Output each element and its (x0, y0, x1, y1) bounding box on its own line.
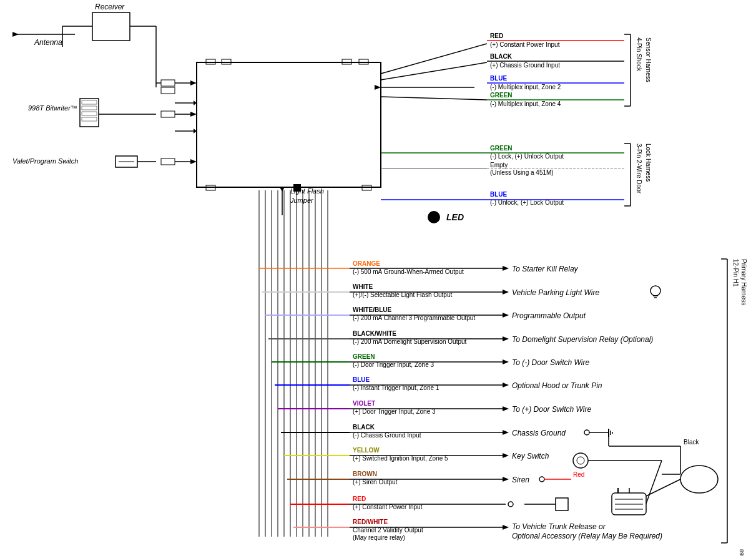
svg-text:895/W0: 895/W0 (739, 549, 745, 556)
svg-text:YELLOW: YELLOW (353, 447, 380, 454)
svg-text:BLACK: BLACK (353, 424, 375, 431)
svg-text:(+)/(-) Selectable Light Flash: (+)/(-) Selectable Light Flash Output (353, 291, 452, 298)
svg-point-82 (428, 211, 440, 223)
svg-text:BLACK: BLACK (490, 53, 513, 60)
svg-text:Sensor Harness: Sensor Harness (645, 37, 652, 82)
svg-text:3-Pin 2-Wire Door: 3-Pin 2-Wire Door (636, 144, 642, 194)
svg-text:RED/WHITE: RED/WHITE (353, 519, 388, 525)
svg-text:Optional Hood or Trunk Pin: Optional Hood or Trunk Pin (512, 381, 602, 390)
svg-text:Primary Harness: Primary Harness (740, 259, 747, 305)
svg-text:(+) Constant Power Input: (+) Constant Power Input (490, 41, 560, 48)
svg-text:BLUE: BLUE (353, 376, 370, 383)
svg-text:(-) Instant Trigger Input, Zon: (-) Instant Trigger Input, Zone 1 (353, 384, 439, 391)
svg-text:Receiver: Receiver (95, 2, 125, 11)
svg-text:Siren: Siren (512, 476, 529, 484)
svg-text:(+) Switched Ignition Input, Z: (+) Switched Ignition Input, Zone 5 (353, 455, 448, 462)
svg-text:To Domelight Supervision Relay: To Domelight Supervision Relay (Optional… (512, 335, 653, 344)
svg-text:(-) 200 mA Domelight Supervisi: (-) 200 mA Domelight Supervision Output (353, 338, 467, 345)
svg-text:Chassis Ground: Chassis Ground (512, 429, 566, 437)
svg-text:WHITE: WHITE (353, 283, 373, 290)
svg-text:4-Pin Shock: 4-Pin Shock (636, 37, 642, 72)
svg-text:To (+) Door Switch Wire: To (+) Door Switch Wire (512, 405, 591, 414)
svg-text:(May require relay): (May require relay) (353, 534, 405, 541)
svg-text:Empty: Empty (490, 162, 508, 168)
svg-text:Jumper: Jumper (290, 197, 314, 204)
svg-text:GREEN: GREEN (353, 353, 375, 360)
svg-text:(-) Lock, (+) Unlock Output: (-) Lock, (+) Unlock Output (490, 153, 564, 160)
svg-text:Antenna: Antenna (34, 38, 62, 47)
svg-text:Optional Accessory (Relay May : Optional Accessory (Relay May Be Require… (512, 532, 662, 540)
svg-text:(-) Unlock, (+) Lock Output: (-) Unlock, (+) Lock Output (490, 199, 564, 206)
svg-text:(-) Chassis Ground Input: (-) Chassis Ground Input (353, 432, 421, 439)
svg-text:WHITE/BLUE: WHITE/BLUE (353, 306, 392, 313)
svg-text:(+) Door Trigger Input, Zone 3: (+) Door Trigger Input, Zone 3 (353, 408, 436, 415)
svg-text:RED: RED (490, 32, 503, 39)
svg-text:GREEN: GREEN (490, 145, 513, 152)
svg-text:(-) 200 mA Channel 3 Programma: (-) 200 mA Channel 3 Programmable Output (353, 315, 475, 321)
svg-text:(-) Door Trigger Input, Zone 3: (-) Door Trigger Input, Zone 3 (353, 361, 434, 368)
svg-text:BLUE: BLUE (490, 191, 508, 198)
svg-text:(-) Multiplex input, Zone 4: (-) Multiplex input, Zone 4 (490, 100, 561, 107)
svg-text:(+) Chassis Ground Input: (+) Chassis Ground Input (490, 62, 560, 69)
svg-text:12-Pin H1: 12-Pin H1 (732, 259, 739, 287)
svg-text:(+) Constant Power Input: (+) Constant Power Input (353, 504, 423, 510)
wiring-diagram: Receiver Antenna 998T Bitwriter™ Valet/P… (0, 0, 756, 556)
svg-text:RED: RED (353, 495, 366, 502)
svg-text:998T Bitwriter™: 998T Bitwriter™ (28, 104, 77, 112)
svg-text:(+) Siren Output: (+) Siren Output (353, 479, 398, 485)
svg-text:BROWN: BROWN (353, 471, 377, 477)
svg-text:(-) Multiplex input, Zone 2: (-) Multiplex input, Zone 2 (490, 84, 561, 90)
svg-text:VIOLET: VIOLET (353, 400, 375, 407)
svg-text:LED: LED (446, 212, 464, 222)
svg-text:Channel 2 Validity Output: Channel 2 Validity Output (353, 527, 423, 534)
svg-text:BLACK/WHITE: BLACK/WHITE (353, 330, 396, 337)
svg-text:Black: Black (684, 439, 699, 446)
svg-text:GREEN: GREEN (490, 92, 513, 99)
svg-text:Programmable Output: Programmable Output (512, 311, 586, 320)
svg-text:BLUE: BLUE (490, 75, 508, 82)
svg-text:(-) 500 mA Ground-When-Armed O: (-) 500 mA Ground-When-Armed Output (353, 268, 464, 275)
svg-rect-0 (0, 0, 756, 556)
svg-text:To Starter Kill Relay: To Starter Kill Relay (512, 265, 579, 273)
svg-text:To Vehicle Trunk Release or: To Vehicle Trunk Release or (512, 522, 606, 531)
svg-text:Key Switch: Key Switch (512, 452, 549, 461)
svg-text:Valet/Program Switch: Valet/Program Switch (12, 157, 78, 165)
svg-text:(Unless Using a 451M): (Unless Using a 451M) (490, 169, 554, 176)
svg-text:To (-) Door Switch Wire: To (-) Door Switch Wire (512, 358, 589, 367)
svg-text:Red: Red (573, 471, 584, 478)
svg-rect-88 (293, 184, 301, 192)
svg-text:Vehicle Parking Light Wire: Vehicle Parking Light Wire (512, 288, 600, 297)
svg-text:ORANGE: ORANGE (353, 260, 380, 267)
svg-text:Lock Harness: Lock Harness (645, 144, 652, 182)
